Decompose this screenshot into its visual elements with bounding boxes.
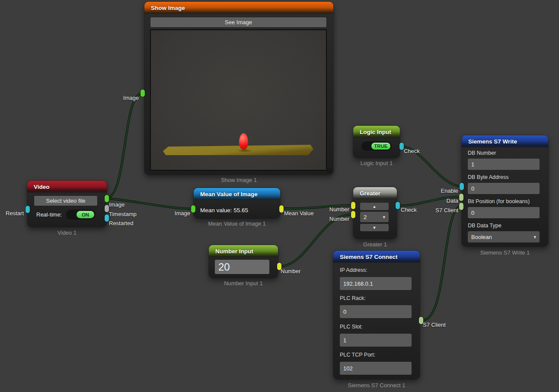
port-label: Restart — [2, 210, 24, 217]
logic-toggle[interactable]: TRUE — [362, 142, 391, 150]
port-label: Number — [328, 206, 349, 213]
plc-tcp-port-label: PLC TCP Port: — [340, 352, 375, 358]
node-title: Number Input — [215, 248, 253, 255]
port-video-image-out[interactable] — [105, 195, 109, 202]
port-write-enable-in[interactable] — [460, 183, 464, 190]
port-label: Check — [404, 148, 420, 154]
node-caption: Number Input 1 — [209, 280, 278, 287]
node-greater[interactable]: Greater ▲ 2 ▾ ▼ — [353, 187, 397, 239]
node-mean-value[interactable]: Mean Value of Image Mean value: 55.65 — [194, 188, 280, 218]
db-data-type-select[interactable]: Boolean ▾ — [468, 231, 540, 242]
db-data-type-label: DB Data Type — [468, 223, 502, 229]
chevron-down-icon: ▾ — [533, 234, 536, 240]
triangle-down-icon: ▼ — [373, 226, 377, 230]
wire-connect-s7client-to-write-s7client — [423, 207, 459, 320]
plc-slot-input[interactable] — [340, 334, 412, 347]
port-video-timestamp-out[interactable] — [105, 205, 109, 212]
triangle-up-icon: ▲ — [373, 204, 377, 209]
node-caption: Greater 1 — [353, 241, 397, 248]
plc-tcp-port-input[interactable] — [340, 362, 412, 375]
node-number-input[interactable]: Number Input — [209, 245, 278, 278]
ip-address-label: IP Address: — [340, 267, 367, 273]
select-video-file-button[interactable]: Select video file — [34, 196, 97, 206]
port-label: Number — [281, 268, 300, 274]
node-title: Mean Value of Image — [200, 191, 258, 198]
node-show-image[interactable]: Show Image See Image — [144, 2, 333, 175]
toggle-true-state: TRUE — [371, 143, 390, 150]
node-s7-connect[interactable]: Siemens S7 Connect IP Address: PLC Rack:… — [333, 251, 420, 379]
plc-rack-input[interactable] — [340, 305, 412, 318]
greater-value-select[interactable]: 2 ▾ — [360, 212, 389, 222]
node-number-input-header[interactable]: Number Input — [209, 245, 278, 257]
db-byte-address-label: DB Byte Address — [468, 174, 509, 180]
node-show-image-header[interactable]: Show Image — [144, 2, 333, 14]
port-label: Image — [115, 95, 139, 101]
db-number-label: DB Number — [468, 150, 496, 156]
node-video-header[interactable]: Video — [27, 181, 107, 193]
port-mean-image-in[interactable] — [191, 205, 195, 213]
node-title: Logic Input — [360, 129, 391, 135]
port-label: Image — [169, 210, 190, 217]
node-title: Greater — [360, 190, 380, 197]
port-write-data-in[interactable] — [459, 194, 463, 201]
port-label: Number — [328, 216, 349, 222]
port-label: S7 Client — [430, 207, 458, 214]
node-title: Video — [34, 184, 50, 190]
realtime-label: Real-time: — [36, 211, 62, 218]
port-greater-number1-in[interactable] — [351, 202, 355, 209]
spin-down-button[interactable]: ▼ — [360, 224, 389, 231]
node-s7-write-header[interactable]: Siemens S7 Write — [462, 135, 548, 147]
port-label: Mean Value — [284, 210, 313, 217]
port-logic-check-out[interactable] — [399, 143, 404, 150]
node-title: Siemens S7 Write — [468, 138, 517, 145]
node-greater-header[interactable]: Greater — [353, 187, 397, 199]
port-greater-check-out[interactable] — [396, 202, 400, 209]
chevron-down-icon: ▾ — [383, 214, 385, 220]
port-video-restart-in[interactable] — [26, 206, 30, 213]
db-data-type-value: Boolean — [471, 234, 492, 240]
node-caption: Logic Input 1 — [353, 160, 400, 166]
node-title: Show Image — [151, 5, 185, 11]
number-value-input[interactable] — [215, 260, 269, 274]
spin-up-button[interactable]: ▲ — [360, 203, 389, 210]
toggle-on-state: ON — [77, 211, 94, 218]
node-s7-write[interactable]: Siemens S7 Write DB Number DB Byte Addre… — [462, 135, 548, 246]
port-label: Data — [432, 198, 458, 204]
port-label: Image — [109, 201, 125, 208]
port-mean-value-out[interactable] — [279, 205, 284, 213]
mean-value-text: Mean value: 55.65 — [200, 207, 248, 214]
node-title: Siemens S7 Connect — [340, 254, 398, 260]
plc-slot-label: PLC Slot: — [340, 324, 363, 330]
node-editor-canvas[interactable]: Show Image See Image Show Image 1 Image … — [0, 0, 559, 392]
port-label: Check — [401, 207, 417, 213]
see-image-button[interactable]: See Image — [150, 17, 326, 27]
node-logic-input-header[interactable]: Logic Input — [353, 126, 400, 138]
bit-position-input[interactable] — [468, 207, 540, 218]
ip-address-input[interactable] — [340, 277, 412, 290]
port-label: Enable — [432, 188, 458, 194]
db-number-input[interactable] — [468, 159, 540, 170]
bit-position-label: Bit Position (for booleans) — [468, 198, 530, 204]
port-write-s7client-in[interactable] — [459, 203, 463, 210]
node-caption: Show Image 1 — [144, 177, 333, 183]
port-video-restarted-out[interactable] — [105, 214, 109, 222]
realtime-toggle[interactable]: ON — [67, 210, 95, 219]
port-label: Restarted — [109, 220, 133, 226]
node-logic-input[interactable]: Logic Input TRUE — [353, 126, 400, 158]
port-show-image-image-in[interactable] — [141, 89, 145, 97]
port-greater-number2-in[interactable] — [351, 211, 355, 218]
image-preview — [150, 29, 327, 171]
node-caption: Siemens S7 Write 1 — [462, 249, 548, 256]
node-s7-connect-header[interactable]: Siemens S7 Connect — [333, 251, 420, 263]
node-mean-value-header[interactable]: Mean Value of Image — [194, 188, 280, 200]
plc-rack-label: PLC Rack: — [340, 295, 366, 301]
preview-egg — [239, 133, 248, 150]
node-caption: Mean Value of Image 1 — [194, 220, 280, 227]
port-label: S7 Client — [423, 322, 446, 328]
node-caption: Video 1 — [27, 229, 107, 236]
node-caption: Siemens S7 Connect 1 — [333, 382, 420, 389]
resize-grip[interactable] — [326, 168, 332, 173]
db-byte-address-input[interactable] — [468, 183, 540, 194]
port-label: Timestamp — [109, 211, 137, 217]
node-video[interactable]: Video Select video file Real-time: ON — [27, 181, 107, 227]
